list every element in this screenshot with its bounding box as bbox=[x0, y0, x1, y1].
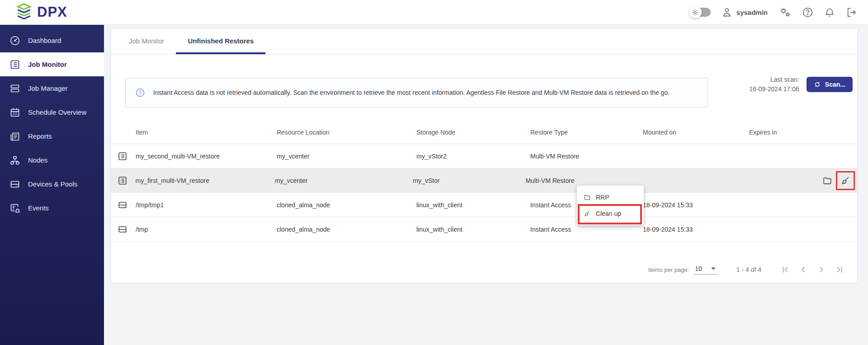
logo-text: DPX bbox=[37, 4, 67, 20]
items-per-page-select[interactable]: 10 bbox=[693, 265, 717, 275]
cell-restore-type: Multi-VM Restore bbox=[530, 153, 643, 160]
col-expires-in: Expires in bbox=[749, 129, 830, 136]
col-resource-location: Resource Location bbox=[277, 129, 416, 136]
scan-button-label: Scan... bbox=[825, 81, 845, 88]
folder-icon[interactable] bbox=[822, 176, 832, 186]
event-bell-icon bbox=[9, 203, 20, 214]
stacked-bars-icon bbox=[9, 83, 20, 94]
banner-text: Instant Access data is not retrieved aut… bbox=[153, 87, 673, 98]
prev-page-icon[interactable] bbox=[797, 264, 809, 275]
col-mounted-on: Mounted on bbox=[643, 129, 749, 136]
items-per-page-value: 10 bbox=[695, 265, 702, 272]
table-header-row: Item Resource Location Storage Node Rest… bbox=[111, 121, 857, 144]
cell-mounted: 18-09-2024 15:33 bbox=[643, 226, 749, 233]
table-row-selected[interactable]: my_first_multi-VM_restore my_vcenter my_… bbox=[111, 168, 857, 193]
menu-item-rrp[interactable]: RRP bbox=[577, 189, 644, 205]
annotation-red-box bbox=[836, 171, 855, 190]
sidebar-item-job-monitor[interactable]: Job Monitor bbox=[0, 52, 104, 76]
username: sysadmin bbox=[736, 9, 768, 16]
first-page-icon[interactable] bbox=[779, 264, 791, 275]
table-row[interactable]: /tmp cloned_alma_node linux_with_client … bbox=[111, 217, 857, 242]
restores-table: Item Resource Location Storage Node Rest… bbox=[111, 121, 857, 242]
list-box-icon bbox=[118, 176, 136, 186]
sidebar-item-events[interactable]: Events bbox=[0, 196, 104, 220]
gauge-icon bbox=[9, 35, 20, 46]
sidebar-item-label: Events bbox=[28, 204, 49, 212]
user-icon bbox=[722, 7, 732, 18]
sidebar-item-schedule-overview[interactable]: Schedule Overview bbox=[0, 100, 104, 124]
sidebar-item-label: Reports bbox=[28, 132, 52, 140]
items-per-page-label: Items per page: bbox=[648, 266, 689, 273]
cell-storage: linux_with_client bbox=[416, 226, 530, 233]
sidebar-item-label: Job Manager bbox=[28, 84, 68, 92]
help-icon[interactable] bbox=[802, 7, 813, 18]
cell-storage: my_vStor bbox=[413, 177, 525, 184]
menu-item-label: RRP bbox=[596, 194, 609, 201]
dpx-logo: DPX bbox=[15, 3, 67, 21]
pagination: Items per page: 10 1 - 4 of 4 bbox=[648, 264, 845, 275]
table-row[interactable]: my_second_multi-VM_restore my_vcenter my… bbox=[111, 144, 857, 168]
refresh-icon bbox=[814, 81, 821, 88]
sidebar-item-label: Nodes bbox=[28, 156, 47, 164]
row-context-menu: RRP Clean up bbox=[577, 186, 644, 225]
last-scan-label: Last scan: bbox=[749, 75, 799, 84]
sidebar-item-reports[interactable]: Reports bbox=[0, 124, 104, 148]
info-banner: Instant Access data is not retrieved aut… bbox=[125, 78, 708, 107]
folder-icon bbox=[584, 194, 591, 201]
pagination-range: 1 - 4 of 4 bbox=[736, 266, 761, 273]
broom-icon[interactable] bbox=[840, 176, 850, 186]
hard-drive-icon bbox=[118, 224, 136, 234]
tab-job-monitor[interactable]: Job Monitor bbox=[117, 29, 176, 54]
cell-storage: linux_with_client bbox=[416, 201, 530, 209]
calendar-icon bbox=[9, 107, 20, 118]
sidebar-item-job-manager[interactable]: Job Manager bbox=[0, 76, 104, 100]
cell-item: my_second_multi-VM_restore bbox=[136, 153, 277, 160]
cell-restore-type: Instant Access bbox=[530, 226, 643, 233]
content-card: Job Monitor Unfinished Restores Instant … bbox=[111, 29, 857, 283]
sidebar-item-devices-pools[interactable]: Devices & Pools bbox=[0, 172, 104, 196]
list-box-icon bbox=[118, 151, 136, 161]
col-item: Item bbox=[136, 129, 277, 136]
cell-resource: my_vcenter bbox=[277, 153, 416, 160]
cell-resource: cloned_alma_node bbox=[277, 201, 416, 209]
last-scan-time: 18-09-2024 17:06 bbox=[749, 84, 799, 94]
gear-icon bbox=[689, 6, 702, 19]
cell-mounted: 18-09-2024 15:33 bbox=[643, 201, 749, 209]
cell-resource: cloned_alma_node bbox=[277, 226, 416, 233]
cell-item: /tmp bbox=[136, 226, 277, 233]
tab-label: Unfinished Restores bbox=[188, 37, 254, 45]
sidebar-item-label: Job Monitor bbox=[28, 61, 67, 68]
sidebar: Dashboard Job Monitor Job Manager bbox=[0, 25, 104, 345]
annotation-red-box bbox=[578, 204, 642, 224]
sidebar-item-nodes[interactable]: Nodes bbox=[0, 148, 104, 172]
main-area: Job Monitor Unfinished Restores Instant … bbox=[104, 25, 868, 345]
hard-drive-icon bbox=[118, 200, 136, 210]
chevron-down-icon bbox=[711, 267, 716, 270]
col-storage-node: Storage Node bbox=[416, 129, 530, 136]
cell-restore-type: Multi-VM Restore bbox=[526, 177, 637, 184]
last-page-icon[interactable] bbox=[834, 264, 845, 275]
scan-button[interactable]: Scan... bbox=[807, 77, 853, 92]
bell-icon[interactable] bbox=[824, 7, 835, 18]
tab-label: Job Monitor bbox=[129, 37, 164, 45]
user-menu[interactable]: sysadmin bbox=[722, 7, 768, 18]
cell-item: /tmp/tmp1 bbox=[136, 201, 277, 209]
logout-icon[interactable] bbox=[846, 7, 857, 18]
table-row[interactable]: /tmp/tmp1 cloned_alma_node linux_with_cl… bbox=[111, 193, 857, 217]
gears-icon[interactable] bbox=[778, 6, 791, 18]
settings-toggle[interactable] bbox=[690, 8, 711, 17]
cell-item: my_first_multi-VM_restore bbox=[136, 177, 275, 184]
next-page-icon[interactable] bbox=[816, 264, 827, 275]
sidebar-item-label: Dashboard bbox=[28, 37, 61, 44]
dpx-stack-icon bbox=[15, 3, 33, 21]
list-box-icon bbox=[9, 59, 20, 70]
cell-storage: my_vStor2 bbox=[416, 153, 530, 160]
hard-drive-icon bbox=[9, 179, 20, 190]
cell-resource: my_vcenter bbox=[275, 177, 413, 184]
tab-unfinished-restores[interactable]: Unfinished Restores bbox=[176, 29, 265, 54]
newspaper-icon bbox=[9, 131, 20, 142]
sidebar-item-dashboard[interactable]: Dashboard bbox=[0, 28, 104, 52]
last-scan: Last scan: 18-09-2024 17:06 bbox=[749, 75, 799, 94]
info-icon bbox=[135, 88, 145, 98]
top-bar: DPX sysadmin bbox=[0, 0, 868, 25]
